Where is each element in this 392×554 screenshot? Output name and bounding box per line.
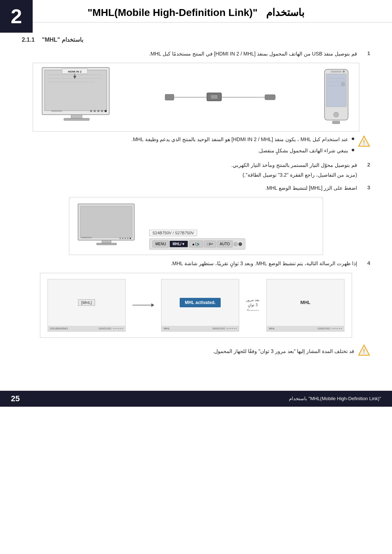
svg-marker-45 [151,303,154,307]
bullet-dot-2 [352,149,354,151]
screen-2-content: MHL activated. [162,279,239,326]
svg-text:SAMSUNG: SAMSUNG [81,237,92,239]
section-title: باستخدام "MHL" [42,36,83,43]
svg-point-25 [343,70,345,73]
svg-point-39 [119,238,121,239]
svg-rect-34 [80,206,132,238]
cable-illustration [124,83,319,112]
svg-point-14 [105,110,107,112]
svg-point-40 [122,238,123,239]
svg-rect-36 [97,243,117,245]
svg-text:HDMI IN 2: HDMI IN 2 [68,70,82,73]
mhl-btn: MHL/▼ [170,241,188,247]
screen-2-bottom: MHL SAMSUNG [162,326,239,331]
step-1-text: قم بتوصيل منفذ USB من الهاتف المحمول بمن… [22,50,357,58]
model-label: S24B750V / S27B750V [149,230,197,236]
svg-rect-35 [102,240,111,243]
svg-text:!: ! [363,139,365,145]
final-note-text: قد تختلف المدة المشار إليها "بعد مرور 3 … [22,347,354,355]
chapter-badge: 2 [0,0,33,33]
header-title: باستخدام "MHL(Mobile High-Definition Lin… [7,7,385,19]
svg-point-41 [124,238,126,239]
screen-3-bottom: MHL SAMSUNG [267,326,344,331]
note-row-bullets: ! عند استخدام كبل MHL ، يكون منفذ [HDMI … [22,135,370,157]
screen-1-brand: DSUB/HDMI1 [50,327,68,330]
arrow-label: بعد مرور 3 ثوانٍ --------> [246,297,260,313]
mhl-screen-3: MHL MHL SAMSUNG [266,279,344,332]
screen-3-brand: SAMSUNG [318,327,330,330]
svg-rect-24 [331,71,342,73]
bullet-2: ينبغي شراء الهاتف المحمول بشكلٍ منفصل. [22,147,354,155]
arrow-2-with-text: بعد مرور 3 ثوانٍ --------> [246,297,260,313]
svg-rect-26 [332,121,340,124]
step-2: 2 قم بتوصيل محوّل التيار المستمر بالمنتج… [22,161,370,179]
svg-text:SAMSUNG: SAMSUNG [51,110,62,112]
svg-point-42 [127,238,128,239]
svg-rect-19 [211,95,218,99]
monitor-illustration: HDMI IN 2 SAMSUNG [40,66,120,129]
header-arabic: باستخدام [266,7,305,18]
screen-1-bottom: DSUB/HDMI1 SAMSUNG [48,326,125,331]
svg-point-43 [130,238,131,239]
mhl-screen-1: [MHL] DSUB/HDMI1 SAMSUNG [48,279,126,332]
screen-3-content: MHL [267,279,344,326]
screen-1-dots [113,328,123,329]
screen-1-content: [MHL] [48,279,125,326]
bullet-dot-1 [352,138,354,140]
svg-rect-8 [71,115,82,118]
step-2-sub: (مزيد من التفاصيل، راجع الفقرة "3.2" توص… [231,171,357,179]
arrow-1 [132,298,154,312]
step-1: 1 قم بتوصيل منفذ USB من الهاتف المحمول ب… [22,50,370,58]
main-content: باستخدام "MHL" 2.1.1 1 قم بتوصيل منفذ US… [0,22,392,369]
screen-3-dots [332,328,342,329]
warning-icon-1: ! [358,135,370,149]
svg-text:!: ! [363,348,365,354]
step-2-number: 2 [360,161,370,168]
step-1-number: 1 [360,50,370,56]
bullets-container: عند استخدام كبل MHL ، يكون منفذ [HDMI IN… [22,135,354,157]
screen-3-text: MHL [269,327,275,330]
step-3: 3 اضغط على الزر [MHL] لتنشيط الوضع MHL. [22,184,370,192]
vol-btn: ▲/🔊 [189,241,204,247]
svg-point-10 [90,110,92,112]
screen-3-label: MHL [300,300,310,305]
page-header: 2 باستخدام "MHL(Mobile High-Definition L… [0,0,392,22]
button-bar: MENU MHL/▼ ▲/🔊 □/↩ AUTO [149,238,245,250]
power-circle [233,242,238,246]
svg-point-23 [334,112,339,117]
mhl-activation-diagram: [MHL] DSUB/HDMI1 SAMSUNG [40,273,352,338]
screen-2-dots [226,328,237,329]
auto-btn: AUTO [217,241,233,247]
step-2-content: قم بتوصيل محوّل التيار المستمر بالمنتج و… [231,161,357,179]
indicator-circle [238,242,242,246]
button-panel-container: SAMSUNG S24B750V / S27B750V MENU MHL/▼ ▲… [69,197,323,255]
footer-text: باستخدام "MHL(Mobile High-Definition Lin… [289,396,381,401]
bullet-1-text: عند استخدام كبل MHL ، يكون منفذ [HDMI IN… [131,135,348,143]
step-4-text: إذا ظهرت الرسالة التالية، يتم تنشيط الوض… [22,259,357,267]
step-3-text: اضغط على الزر [MHL] لتنشيط الوضع MHL. [22,184,357,192]
connection-diagram: HDMI IN 2 SAMSUNG [33,63,359,132]
page-footer: 25 باستخدام "MHL(Mobile High-Definition … [0,391,392,407]
screen-2-label: MHL [164,327,170,330]
mhl-activated-popup: MHL activated. [180,298,220,307]
button-panel-diagram: SAMSUNG S24B750V / S27B750V MENU MHL/▼ ▲… [77,202,315,250]
svg-point-12 [97,110,99,112]
svg-point-13 [101,110,103,112]
button-bar-area: S24B750V / S27B750V MENU MHL/▼ ▲/🔊 □/↩ A… [149,230,245,250]
mhl-button-indicator: [MHL] [78,299,95,306]
step-2-text: قم بتوصيل محوّل التيار المستمر بالمنتج و… [231,161,357,169]
phone-illustration: ◎ [323,67,352,127]
svg-point-11 [94,110,96,112]
svg-rect-9 [64,118,89,120]
svg-rect-1 [45,70,107,111]
step-3-number: 3 [360,184,370,190]
warning-icon-2: ! [358,344,370,358]
mhl-screen-2: MHL activated. MHL SAMSUNG [161,279,239,332]
step-4: 4 إذا ظهرت الرسالة التالية، يتم تنشيط ال… [22,259,370,267]
header-english: "MHL(Mobile High-Definition Link)" [87,7,257,18]
svg-text:◎: ◎ [341,81,345,87]
chapter-number: 2 [11,6,22,26]
svg-rect-17 [165,94,174,100]
section-number: 2.1.1 [22,37,35,43]
final-note: ! قد تختلف المدة المشار إليها "بعد مرور … [22,344,370,358]
